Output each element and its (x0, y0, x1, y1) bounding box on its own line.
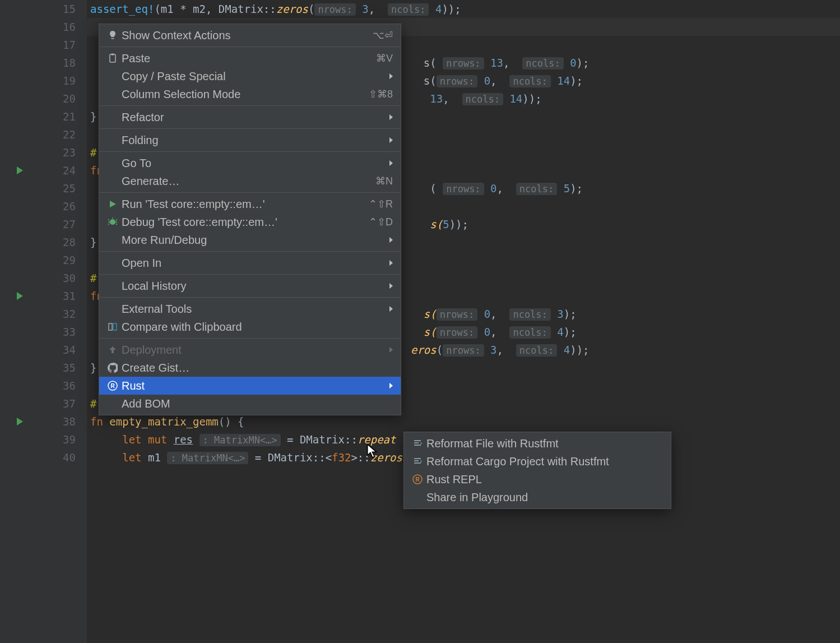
menu-item-compare-with-clipboard[interactable]: Compare with Clipboard (99, 318, 401, 336)
line-number[interactable]: 30 (31, 269, 76, 287)
line-number[interactable]: 38 (31, 413, 76, 431)
menu-item-shortcut: ⌘V (376, 52, 393, 64)
menu-item-shortcut: ⌃⇧R (369, 198, 393, 210)
menu-item-refactor[interactable]: Refactor (99, 108, 401, 126)
line-number[interactable]: 15 (31, 0, 76, 18)
submenu-item-share-in-playground[interactable]: Share in Playground (404, 488, 671, 506)
menu-item-label: Add BOM (122, 397, 393, 410)
rust-icon: R (410, 473, 425, 485)
menu-item-shortcut: ⇧⌘8 (369, 88, 393, 100)
line-number[interactable]: 21 (31, 108, 76, 126)
line-number[interactable]: 20 (31, 90, 76, 108)
blank-icon (105, 303, 120, 315)
menu-separator (99, 192, 401, 193)
line-number[interactable]: 32 (31, 305, 76, 323)
submenu-item-label: Share in Playground (426, 491, 663, 504)
menu-item-show-context-actions[interactable]: Show Context Actions⌥⏎ (99, 26, 401, 44)
line-number[interactable]: 29 (31, 251, 76, 269)
svg-rect-0 (110, 54, 115, 62)
menu-item-column-selection-mode[interactable]: Column Selection Mode⇧⌘8 (99, 85, 401, 103)
menu-item-label: Compare with Clipboard (122, 321, 393, 334)
menu-item-label: More Run/Debug (122, 234, 385, 247)
run-test-gutter-icon[interactable] (8, 287, 31, 305)
line-number[interactable]: 18 (31, 54, 76, 72)
line-number[interactable]: 35 (31, 359, 76, 377)
svg-rect-1 (112, 54, 114, 55)
line-number[interactable]: 22 (31, 126, 76, 144)
menu-item-label: Deployment (122, 344, 385, 357)
line-number[interactable]: 40 (31, 448, 76, 466)
menu-item-open-in[interactable]: Open In (99, 254, 401, 272)
line-number[interactable]: 39 (31, 431, 76, 448)
bulb-icon (105, 29, 120, 41)
menu-item-label: Refactor (122, 111, 385, 124)
menu-item-run-test-core-empty-em[interactable]: Run 'Test core::empty::em…'⌃⇧R (99, 195, 401, 213)
svg-point-2 (110, 219, 115, 225)
blank-icon (105, 280, 120, 292)
menu-item-more-run-debug[interactable]: More Run/Debug (99, 231, 401, 249)
menu-separator (99, 297, 401, 298)
menu-item-local-history[interactable]: Local History (99, 277, 401, 295)
line-number[interactable]: 34 (31, 341, 76, 359)
menu-item-label: Copy / Paste Special (122, 70, 385, 83)
submenu-item-reformat-cargo-project-with-rustfmt[interactable]: Reformat Cargo Project with Rustfmt (404, 452, 671, 470)
submenu-arrow-icon (389, 383, 393, 388)
submenu-arrow-icon (389, 237, 393, 243)
menu-separator (99, 338, 401, 339)
menu-separator (99, 128, 401, 129)
menu-item-rust[interactable]: RRust (99, 377, 401, 395)
line-number[interactable]: 23 (31, 144, 76, 161)
run-icon (105, 198, 120, 210)
line-number[interactable]: 31 (31, 287, 76, 305)
menu-item-folding[interactable]: Folding (99, 131, 401, 149)
menu-item-label: Go To (122, 157, 385, 170)
line-number[interactable]: 19 (31, 72, 76, 90)
submenu-arrow-icon (389, 347, 393, 353)
menu-item-copy-paste-special[interactable]: Copy / Paste Special (99, 67, 401, 85)
editor-context-menu: Show Context Actions⌥⏎Paste⌘VCopy / Past… (99, 24, 401, 415)
line-number[interactable]: 28 (31, 233, 76, 251)
run-test-gutter-icon[interactable] (8, 161, 31, 179)
menu-separator (99, 274, 401, 275)
blank-icon (105, 234, 120, 246)
line-number[interactable]: 26 (31, 197, 76, 215)
svg-text:R: R (110, 383, 115, 389)
run-test-gutter-icon[interactable] (8, 413, 31, 431)
menu-item-go-to[interactable]: Go To (99, 154, 401, 172)
assert-macro: assert_eq! (90, 3, 154, 15)
menu-item-paste[interactable]: Paste⌘V (99, 49, 401, 67)
menu-separator (99, 105, 401, 106)
menu-item-label: Create Gist… (122, 362, 393, 374)
line-number[interactable]: 37 (31, 395, 76, 413)
menu-item-external-tools[interactable]: External Tools (99, 300, 401, 318)
line-number[interactable]: 17 (31, 36, 76, 54)
line-number[interactable]: 33 (31, 323, 76, 341)
menu-item-add-bom[interactable]: Add BOM (99, 395, 401, 413)
github-icon (105, 362, 120, 374)
menu-item-shortcut: ⌃⇧D (369, 216, 393, 228)
menu-item-deployment: Deployment (99, 341, 401, 359)
line-number[interactable]: 27 (31, 215, 76, 233)
blank-icon (105, 175, 120, 187)
submenu-item-reformat-file-with-rustfmt[interactable]: Reformat File with Rustfmt (404, 434, 671, 452)
submenu-item-rust-repl[interactable]: RRust REPL (404, 470, 671, 488)
menu-item-label: Run 'Test core::empty::em…' (122, 198, 369, 211)
submenu-arrow-icon (389, 114, 393, 120)
menu-item-debug-test-core-empty-em[interactable]: Debug 'Test core::empty::em…'⌃⇧D (99, 213, 401, 231)
rust-icon: R (105, 380, 120, 392)
menu-item-generate[interactable]: Generate…⌘N (99, 172, 401, 190)
line-number[interactable]: 36 (31, 377, 76, 395)
format-icon (410, 455, 425, 468)
line-number[interactable]: 16 (31, 18, 76, 36)
svg-text:R: R (415, 477, 420, 483)
blank-icon (105, 70, 120, 82)
menu-item-shortcut: ⌥⏎ (373, 29, 393, 41)
line-number[interactable]: 24 (31, 161, 76, 179)
menu-item-create-gist[interactable]: Create Gist… (99, 359, 401, 377)
menu-item-label: Column Selection Mode (122, 88, 369, 101)
line-number-gutter: 1516171819202122232425262728293031323334… (31, 0, 87, 643)
svg-rect-3 (109, 323, 112, 330)
submenu-arrow-icon (389, 306, 393, 312)
line-number[interactable]: 25 (31, 179, 76, 197)
menu-item-label: Rust (122, 380, 385, 392)
